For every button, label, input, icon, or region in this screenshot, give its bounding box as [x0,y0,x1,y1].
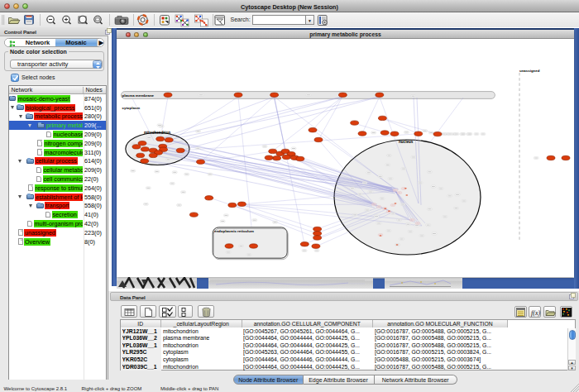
svg-text:cytoplasm: cytoplasm [122,106,141,110]
svg-text:plasma membrane: plasma membrane [122,93,155,98]
svg-text:nucleus: nucleus [399,140,414,144]
svg-text:endoplasmic reticulum: endoplasmic reticulum [214,229,254,233]
svg-text:f(x): f(x) [531,309,540,317]
svg-text:unassigned: unassigned [519,69,540,73]
svg-text:mitochondrion: mitochondrion [144,131,170,135]
